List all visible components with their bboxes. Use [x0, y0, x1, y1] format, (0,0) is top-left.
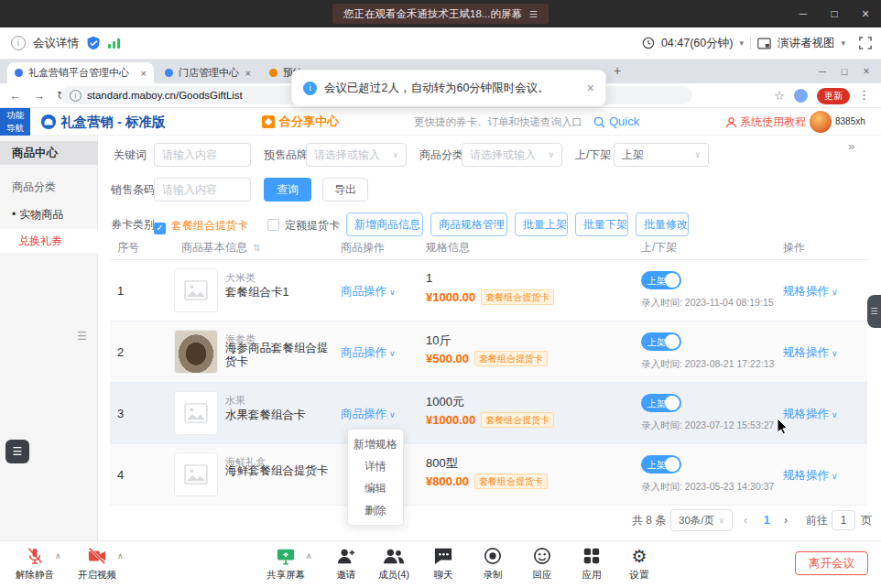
unmute-button[interactable]: 解除静音: [9, 546, 60, 582]
spec-operation-link[interactable]: 规格操作∨: [783, 468, 838, 484]
share-screen-button[interactable]: 共享屏幕: [260, 546, 311, 582]
bar-item-label: 共享屏幕: [260, 569, 311, 582]
shelf-toggle[interactable]: 上架: [641, 394, 681, 412]
tab-close-icon[interactable]: ×: [245, 68, 251, 79]
spec-price-line: ¥500.00套餐组合提货卡: [426, 350, 548, 366]
browser-minimize-button[interactable]: ─: [811, 60, 833, 83]
floating-panel-icon[interactable]: ☰: [5, 440, 29, 463]
leave-meeting-button[interactable]: 离开会议: [795, 551, 868, 575]
chevron-down-icon: ∨: [389, 410, 396, 419]
tutorial-link[interactable]: 系统使用教程: [740, 108, 806, 136]
shelf-toggle[interactable]: 上架: [641, 455, 681, 474]
browser-menu-icon[interactable]: ⋮: [858, 88, 870, 102]
shelf-select[interactable]: 上架 ∨: [614, 143, 709, 167]
presale-brand-select[interactable]: 请选择或输入 ∨: [306, 143, 407, 167]
reactions-button[interactable]: 回应: [517, 546, 568, 582]
keyword-input[interactable]: [154, 143, 251, 167]
browser-tab[interactable]: 门店管理中心 ×: [158, 62, 258, 83]
spec-operation-link[interactable]: 规格操作∨: [783, 407, 838, 422]
menu-item-delete[interactable]: 删除: [348, 499, 403, 521]
sidebar-collapse-icon[interactable]: ☰: [77, 330, 87, 343]
view-mode-label[interactable]: 演讲者视图: [778, 36, 835, 51]
toggle-label: 上架: [647, 397, 666, 410]
category-select[interactable]: 请选择或输入 ∨: [462, 143, 562, 167]
notification-close-icon[interactable]: ×: [587, 81, 594, 95]
page-number-current[interactable]: 1: [764, 509, 770, 531]
fullscreen-icon[interactable]: [859, 37, 872, 49]
forward-icon[interactable]: →: [33, 89, 45, 103]
browser-avatar-icon[interactable]: [794, 89, 808, 103]
record-button[interactable]: 录制: [467, 546, 518, 582]
page-size-select[interactable]: 30条/页 ∨: [670, 509, 733, 531]
sidebar-item-physical-goods[interactable]: •实物商品: [0, 203, 98, 225]
sidebar-item-gift-voucher[interactable]: 兑换礼券: [0, 229, 98, 253]
quick-link[interactable]: Quick: [609, 108, 639, 136]
minimize-button[interactable]: ─: [788, 0, 819, 27]
batch-off-shelf-button[interactable]: 批量下架: [575, 212, 628, 236]
banner-menu-icon[interactable]: ☰: [529, 9, 538, 19]
browser-maximize-button[interactable]: □: [833, 60, 855, 83]
batch-on-shelf-button[interactable]: 批量上架: [515, 212, 568, 236]
bookmark-star-icon[interactable]: ☆: [774, 89, 785, 103]
spec-manage-button[interactable]: 商品规格管理: [430, 212, 507, 236]
timer-dropdown-icon[interactable]: ▾: [739, 38, 744, 48]
panel-collapse-icon[interactable]: »: [848, 139, 854, 153]
shelf-toggle[interactable]: 上架: [641, 332, 681, 351]
right-edge-handle[interactable]: ☰: [867, 295, 881, 328]
mic-options-icon[interactable]: ∧: [55, 551, 61, 561]
sidebar-item-categories[interactable]: 商品分类: [0, 176, 98, 198]
combo-card-checkbox[interactable]: ✓套餐组合提货卡: [154, 212, 248, 237]
bar-item-label: 回应: [517, 569, 568, 582]
product-operation-link[interactable]: 商品操作∨: [341, 345, 396, 361]
batch-edit-button[interactable]: 批量修改: [636, 212, 689, 236]
camera-options-icon[interactable]: ∧: [117, 551, 124, 561]
meeting-details-link[interactable]: 会议详情: [33, 36, 79, 51]
start-video-button[interactable]: 开启视频: [71, 546, 123, 582]
entry-time: 录入时间: 2023-11-04 08:19:15: [641, 297, 774, 310]
quick-search-icon[interactable]: [593, 116, 605, 128]
chat-button[interactable]: 聊天: [418, 546, 469, 582]
barcode-input[interactable]: [154, 178, 251, 201]
invite-button[interactable]: 邀请: [321, 546, 372, 582]
maximize-button[interactable]: □: [819, 0, 850, 27]
browser-update-button[interactable]: 更新: [817, 88, 850, 104]
security-shield-icon[interactable]: [86, 36, 101, 50]
function-nav-box[interactable]: 功能 导航: [0, 108, 30, 136]
settings-button[interactable]: ⚙ 设置: [614, 546, 665, 582]
microphone-muted-icon: [9, 546, 60, 566]
goto-page-input[interactable]: [832, 510, 855, 530]
card-type-tag: 套餐组合提货卡: [481, 412, 554, 428]
browser-tab-active[interactable]: 礼盒营销平台管理中心 ×: [7, 62, 154, 83]
fixed-card-checkbox[interactable]: 定额提货卡: [267, 212, 340, 237]
share-options-icon[interactable]: ∧: [306, 551, 312, 561]
search-button[interactable]: 查询: [264, 178, 311, 201]
view-dropdown-icon[interactable]: ▾: [841, 38, 845, 48]
meeting-info-icon[interactable]: i: [11, 36, 26, 50]
new-tab-button[interactable]: +: [614, 63, 621, 78]
next-page-icon[interactable]: ›: [784, 509, 788, 531]
share-center-link[interactable]: 合分享中心: [279, 108, 339, 136]
site-info-icon[interactable]: i: [70, 90, 82, 102]
prev-page-icon[interactable]: ‹: [744, 509, 747, 531]
sort-icon[interactable]: ⇅: [253, 243, 260, 253]
sidebar-section-product-center[interactable]: 商品中心: [0, 141, 98, 165]
username[interactable]: 8385xh: [835, 108, 865, 136]
browser-close-button[interactable]: ×: [855, 60, 877, 83]
apps-button[interactable]: 应用: [566, 546, 617, 582]
tab-close-icon[interactable]: ×: [141, 68, 147, 79]
close-button[interactable]: ×: [850, 0, 881, 27]
export-button[interactable]: 导出: [322, 178, 368, 201]
spec-operation-link[interactable]: 规格操作∨: [783, 284, 838, 299]
menu-item-edit[interactable]: 编辑: [348, 477, 403, 499]
menu-item-details[interactable]: 详情: [348, 455, 403, 477]
spec-operation-link[interactable]: 规格操作∨: [783, 345, 838, 361]
menu-item-add-spec[interactable]: 新增规格: [348, 433, 403, 455]
back-icon[interactable]: ←: [9, 89, 21, 103]
members-button[interactable]: 成员(4): [368, 546, 419, 582]
product-operation-link[interactable]: 商品操作∨: [341, 407, 396, 422]
user-avatar[interactable]: [810, 111, 832, 133]
shelf-toggle[interactable]: 上架: [641, 271, 681, 289]
product-operation-link[interactable]: 商品操作∨: [341, 284, 396, 299]
add-product-button[interactable]: 新增商品信息: [346, 212, 423, 236]
toolbar-divider: [750, 37, 751, 49]
